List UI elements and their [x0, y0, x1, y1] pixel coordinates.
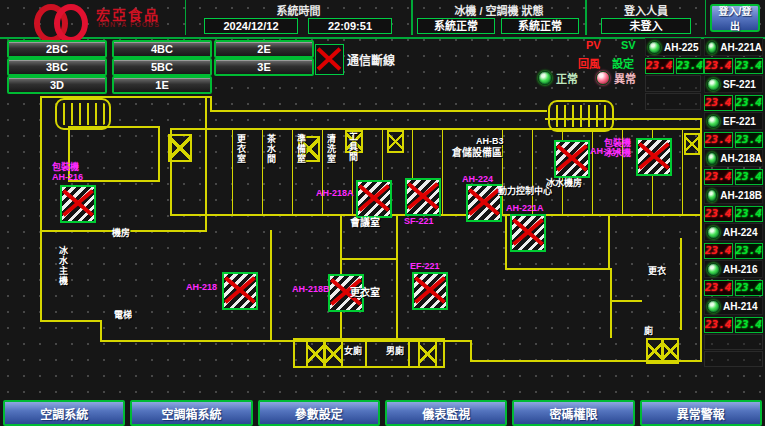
machine-status-section: 冰機 / 空調機 狀態 系統正常 系統正常	[412, 0, 586, 35]
system-clock-value: 22:09:51	[308, 18, 392, 34]
unit-name: AH-225	[664, 42, 698, 53]
floor-plan-map: 包裝機AH-216 AH-218 AH-218A SF-221 AH-218B …	[0, 88, 706, 398]
unit-pv: 23.4	[704, 280, 733, 296]
stair-x-icon	[418, 340, 437, 368]
device-ah-218a-icon[interactable]	[356, 180, 392, 218]
company-name-en: HUNYA FOODS	[98, 21, 160, 28]
device-ah-216-icon[interactable]	[60, 185, 96, 223]
empty-cell	[704, 334, 763, 350]
comm-lost-icon	[315, 44, 344, 75]
floor-button-4bc[interactable]: 4BC	[112, 40, 212, 58]
nav-alarm[interactable]: 異常警報	[640, 400, 762, 426]
unit-sv: 23.4	[735, 95, 764, 111]
room-label: 會議室	[350, 218, 380, 228]
stair-icon	[548, 100, 614, 132]
nav-parameter-set[interactable]: 參數設定	[258, 400, 380, 426]
room-label: 工具間	[348, 132, 358, 162]
unit-sv: 23.4	[676, 58, 705, 74]
unit-name: AH-218A	[720, 153, 762, 164]
unit-name: AH-224	[723, 227, 757, 238]
normal-led-icon	[538, 71, 552, 85]
room-label: 電梯	[114, 310, 132, 320]
nav-meter-monitor[interactable]: 儀表監視	[385, 400, 507, 426]
unit-pv: 23.4	[704, 58, 733, 74]
comm-lost-label: 通信斷線	[347, 51, 395, 68]
device-label: AH-218A	[316, 188, 354, 198]
room-label: 茶水間	[266, 134, 276, 164]
unit-ah-218a[interactable]: AH-218A 23.423.4	[704, 149, 763, 185]
unit-pv: 23.4	[704, 132, 733, 148]
unit-ah-218b[interactable]: AH-218B 23.423.4	[704, 186, 763, 222]
unit-ah-216[interactable]: AH-216 23.423.4	[704, 260, 763, 296]
unit-name: EF-221	[723, 116, 756, 127]
nav-ahu-system[interactable]: 空調箱系統	[130, 400, 252, 426]
nav-password-auth[interactable]: 密碼權限	[512, 400, 634, 426]
device-ah-218-icon[interactable]	[222, 272, 258, 310]
device-ef-221-icon[interactable]	[412, 272, 448, 310]
unit-sv: 23.4	[735, 206, 764, 222]
unit-pv: 23.4	[704, 317, 733, 333]
system-date-value: 2024/12/12	[204, 18, 298, 34]
unit-led-icon	[707, 263, 720, 276]
abnormal-label: 異常	[614, 70, 636, 86]
room-label: 女廁	[344, 346, 362, 356]
device-ah-221a-icon[interactable]	[510, 214, 546, 252]
system-time-label: 系統時間	[186, 2, 411, 18]
unit-pv: 23.4	[704, 243, 733, 259]
floor-button-2bc[interactable]: 2BC	[7, 40, 107, 58]
login-section: 登入人員 未登入	[586, 0, 706, 35]
company-logo-icon	[34, 3, 86, 33]
stair-x-icon	[646, 338, 663, 364]
unit-led-icon	[707, 115, 720, 128]
unit-ah-225[interactable]: AH-225 23.423.4	[645, 38, 701, 74]
unit-led-icon	[648, 41, 661, 54]
abnormal-led-icon	[596, 71, 610, 85]
room-label: 清洗室	[326, 134, 336, 164]
room-label: 男廁	[386, 346, 404, 356]
empty-cell	[704, 351, 763, 367]
device-label: EF-221	[410, 261, 440, 271]
header-bar: 宏亞食品 HUNYA FOODS 系統時間 2024/12/12 22:09:5…	[0, 0, 765, 39]
device-sf-221-icon[interactable]	[405, 178, 441, 216]
unit-ah-214[interactable]: AH-214 23.423.4	[704, 297, 763, 333]
unit-sv: 23.4	[735, 317, 764, 333]
login-status-value: 未登入	[601, 18, 691, 34]
unit-name: AH-214	[723, 301, 757, 312]
pv-row-label: 回風	[578, 55, 600, 71]
login-logout-button[interactable]: 登入/登出	[710, 4, 760, 32]
stair-x-icon	[662, 338, 679, 364]
unit-sf-221[interactable]: SF-221 23.423.4	[704, 75, 763, 111]
floor-button-3bc[interactable]: 3BC	[7, 58, 107, 76]
unit-ah-224[interactable]: AH-224 23.423.4	[704, 223, 763, 259]
unit-sv: 23.4	[735, 58, 764, 74]
unit-led-icon	[707, 226, 720, 239]
unit-name: AH-216	[723, 264, 757, 275]
ac-status-value: 系統正常	[501, 18, 579, 34]
floor-button-3e[interactable]: 3E	[214, 58, 314, 76]
unit-led-icon	[707, 300, 720, 313]
unit-sv: 23.4	[735, 132, 764, 148]
unit-ah-221a[interactable]: AH-221A 23.423.4	[704, 38, 763, 74]
unit-led-icon	[707, 189, 717, 202]
device-ah-214-icon[interactable]	[554, 140, 590, 178]
floor-button-5bc[interactable]: 5BC	[112, 58, 212, 76]
stair-x-icon	[324, 340, 343, 368]
floor-button-2e[interactable]: 2E	[214, 40, 314, 58]
nav-ac-system[interactable]: 空調系統	[3, 400, 125, 426]
stair-x-icon	[387, 130, 404, 153]
room-label: 準備室	[296, 134, 306, 164]
room-label: 冰水機房	[546, 178, 582, 188]
legend-abnormal: 異常	[596, 70, 636, 86]
scada-screen: 宏亞食品 HUNYA FOODS 系統時間 2024/12/12 22:09:5…	[0, 0, 765, 426]
room-label: 動力控制中心	[498, 186, 552, 196]
device-chiller-icon[interactable]	[636, 138, 672, 176]
unit-name: AH-221A	[720, 42, 762, 53]
device-ah-224-icon[interactable]	[466, 184, 502, 222]
unit-ef-221[interactable]: EF-221 23.423.4	[704, 112, 763, 148]
sv-row-label: 設定	[612, 55, 634, 71]
room-label: 冰水主機	[58, 246, 68, 286]
login-label: 登入人員	[587, 2, 705, 18]
legend-normal: 正常	[538, 70, 578, 86]
room-label: AH-B3	[476, 136, 504, 146]
normal-label: 正常	[556, 70, 578, 86]
